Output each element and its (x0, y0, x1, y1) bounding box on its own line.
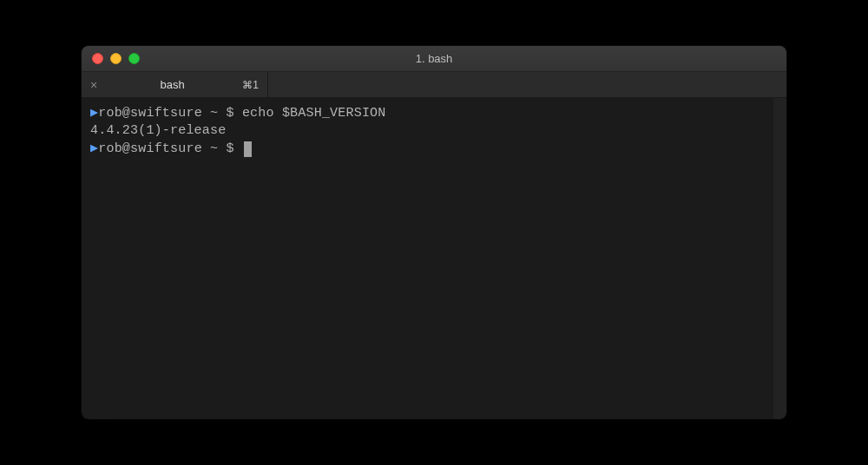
terminal-body: ▶ rob@swiftsure ~ $ echo $BASH_VERSION 4… (82, 98, 786, 419)
tab-bash[interactable]: × bash ⌘1 (82, 72, 268, 97)
tab-close-icon[interactable]: × (90, 79, 102, 91)
output-text: 4.4.23(1)-release (90, 122, 226, 140)
cursor-icon (244, 141, 252, 157)
minimize-icon[interactable] (110, 53, 122, 64)
terminal-line: ▶ rob@swiftsure ~ $ echo $BASH_VERSION (90, 105, 764, 122)
scrollbar[interactable] (773, 98, 786, 419)
prompt-marker-icon: ▶ (90, 105, 98, 122)
titlebar[interactable]: 1. bash (82, 46, 786, 72)
terminal-content[interactable]: ▶ rob@swiftsure ~ $ echo $BASH_VERSION 4… (82, 98, 773, 419)
terminal-window: 1. bash × bash ⌘1 ▶ rob@swiftsure ~ $ ec… (82, 46, 786, 419)
prompt-text: rob@swiftsure ~ $ (98, 141, 242, 158)
command-text: echo $BASH_VERSION (242, 105, 386, 122)
maximize-icon[interactable] (128, 53, 140, 64)
tab-bar: × bash ⌘1 (82, 72, 786, 98)
terminal-line: 4.4.23(1)-release (90, 122, 764, 140)
tab-label: bash (102, 78, 242, 91)
terminal-line: ▶ rob@swiftsure ~ $ (90, 141, 764, 158)
close-icon[interactable] (92, 53, 103, 64)
traffic-lights (92, 53, 140, 64)
prompt-text: rob@swiftsure ~ $ (98, 105, 242, 122)
window-title: 1. bash (82, 52, 786, 65)
prompt-marker-icon: ▶ (90, 141, 98, 158)
tab-shortcut: ⌘1 (242, 79, 259, 91)
